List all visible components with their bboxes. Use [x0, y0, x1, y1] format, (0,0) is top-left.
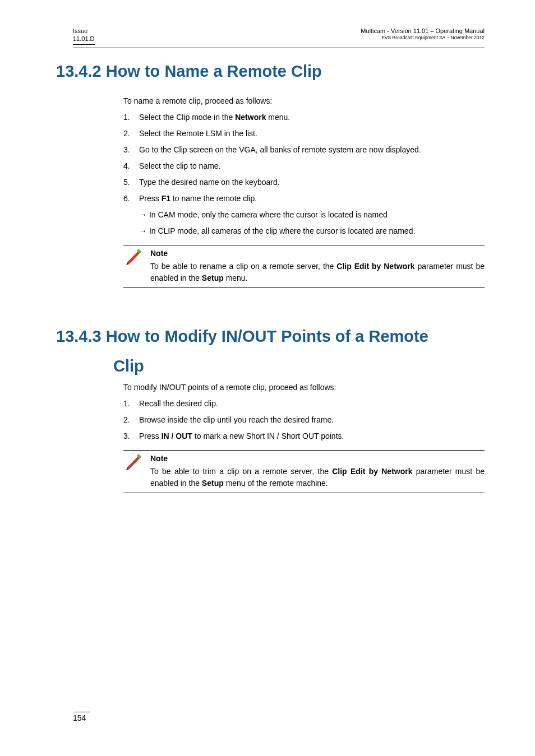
step-text: Select the clip to name. — [139, 161, 221, 170]
section-title-1: 13.4.2 How to Name a Remote Clip — [56, 62, 485, 81]
issue-label: Issue — [73, 27, 87, 34]
step-number: 2. — [123, 414, 130, 426]
step-text: Type the desired name on the keyboard. — [139, 178, 280, 187]
section2-content: To modify IN/OUT points of a remote clip… — [123, 382, 485, 493]
step-text: Press F1 to name the remote clip. — [139, 194, 257, 203]
list-item: 2.Browse inside the clip until you reach… — [123, 414, 485, 426]
section2-steps: 1.Recall the desired clip. 2.Browse insi… — [123, 398, 485, 442]
step-text: Select the Clip mode in the Network menu… — [139, 113, 290, 122]
list-item: 5.Type the desired name on the keyboard. — [123, 177, 485, 188]
section2-intro: To modify IN/OUT points of a remote clip… — [123, 382, 485, 393]
page-number: 154 — [73, 712, 90, 722]
note-text: Note To be able to trim a clip on a remo… — [150, 453, 485, 489]
step-number: 5. — [123, 177, 130, 188]
svg-marker-0 — [127, 252, 140, 264]
doc-title: Multicam - Version 11.01 – Operating Man… — [361, 27, 485, 35]
list-item: 2.Select the Remote LSM in the list. — [123, 128, 485, 140]
list-item: 1.Select the Clip mode in the Network me… — [123, 112, 485, 123]
step-number: 4. — [123, 160, 130, 172]
doc-subtitle: EVS Broadcast Equipment SA – November 20… — [361, 35, 485, 41]
header-divider — [73, 48, 485, 48]
pencil-icon — [123, 453, 150, 476]
list-item: 1.Recall the desired clip. — [123, 398, 485, 410]
svg-marker-3 — [127, 457, 140, 469]
list-item: 3.Press IN / OUT to mark a new Short IN … — [123, 430, 485, 442]
step-number: 1. — [123, 398, 130, 410]
step-number: 2. — [123, 128, 130, 140]
sub-bullet: → In CLIP mode, all cameras of the clip … — [123, 225, 485, 237]
section-title-2: 13.4.3 How to Modify IN/OUT Points of a … — [56, 322, 485, 382]
list-item: 4.Select the clip to name. — [123, 160, 485, 172]
step-text: Go to the Clip screen on the VGA, all ba… — [139, 145, 421, 154]
step-number: 3. — [123, 430, 130, 442]
note-title: Note — [150, 453, 485, 465]
note-text: Note To be able to rename a clip on a re… — [150, 248, 485, 284]
header-right: Multicam - Version 11.01 – Operating Man… — [361, 27, 485, 41]
note-box: Note To be able to rename a clip on a re… — [123, 245, 485, 288]
step-number: 1. — [123, 112, 130, 123]
sub-bullet: → In CAM mode, only the camera where the… — [123, 209, 485, 221]
pencil-icon — [123, 248, 150, 271]
step-text: Recall the desired clip. — [139, 399, 218, 408]
step-text: Press IN / OUT to mark a new Short IN / … — [139, 432, 344, 440]
section1-steps: 1.Select the Clip mode in the Network me… — [123, 112, 485, 205]
step-number: 3. — [123, 144, 130, 156]
step-text: Browse inside the clip until you reach t… — [139, 415, 334, 424]
header-left: Issue 11.01.D — [73, 27, 95, 45]
page-header: Issue 11.01.D Multicam - Version 11.01 –… — [73, 27, 485, 45]
note-title: Note — [150, 248, 485, 259]
list-item: 6.Press F1 to name the remote clip. — [123, 193, 485, 205]
section1-content: To name a remote clip, proceed as follow… — [123, 95, 485, 288]
step-number: 6. — [123, 193, 130, 205]
step-text: Select the Remote LSM in the list. — [139, 129, 257, 138]
note-box: Note To be able to trim a clip on a remo… — [123, 450, 485, 493]
list-item: 3.Go to the Clip screen on the VGA, all … — [123, 144, 485, 156]
issue-version: 11.01.D — [73, 35, 95, 42]
section1-intro: To name a remote clip, proceed as follow… — [123, 95, 485, 107]
